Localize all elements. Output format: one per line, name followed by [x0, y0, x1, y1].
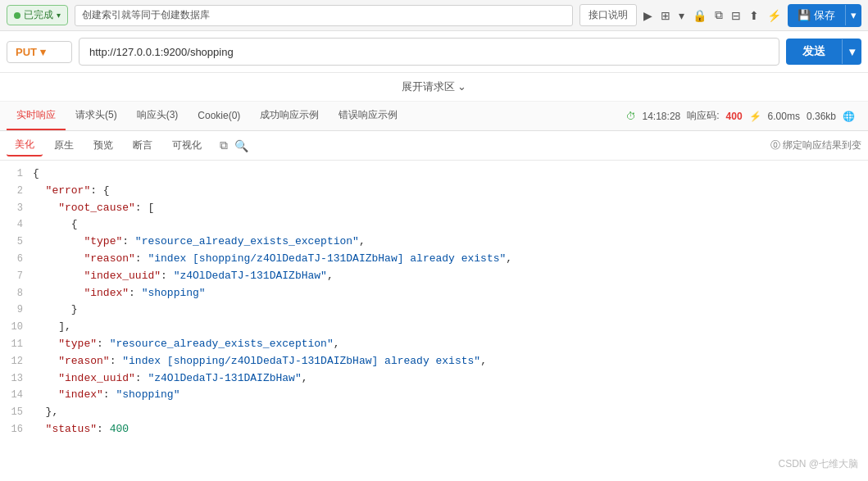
line-number: 16: [3, 422, 33, 438]
line-number: 7: [3, 269, 33, 284]
view-tab-beautify[interactable]: 美化: [7, 134, 43, 157]
api-doc-button[interactable]: 接口说明: [579, 4, 637, 26]
line-content: "error": {: [33, 183, 865, 200]
url-bar: PUT ▾ 发送 ▾: [0, 31, 868, 73]
view-tools: ⧉ 🔍: [220, 138, 248, 152]
method-chevron: ▾: [40, 46, 46, 58]
json-line: 5 "type": "resource_already_exists_excep…: [0, 234, 868, 251]
line-number: 3: [3, 201, 33, 216]
status-chevron: ▾: [57, 11, 61, 20]
line-content: ],: [33, 319, 865, 336]
json-line: 7 "index_uuid": "z4OlDedaTJ-131DAIZbHaw"…: [0, 268, 868, 285]
line-content: "reason": "index [shopping/z4OlDedaTJ-13…: [33, 251, 865, 268]
tab-cookie[interactable]: Cookie(0): [188, 103, 250, 129]
layout-icon[interactable]: ⊞: [661, 9, 670, 22]
line-number: 11: [3, 337, 33, 352]
bind-response-label: ⓪ 绑定响应结果到变: [770, 139, 861, 151]
method-label: PUT: [16, 46, 37, 58]
line-content: "reason": "index [shopping/z4OlDedaTJ-13…: [33, 353, 865, 370]
json-line: 2 "error": {: [0, 183, 868, 200]
status-label: 已完成: [24, 8, 53, 22]
watermark: CSDN @七维大脑: [778, 457, 858, 471]
lock-icon[interactable]: 🔒: [693, 9, 707, 22]
json-line: 4 {: [0, 216, 868, 234]
save-icon: 💾: [798, 9, 811, 21]
size-icon: ⚡: [749, 111, 761, 122]
json-line: 16 "status": 400: [0, 421, 868, 438]
json-line: 9 }: [0, 302, 868, 319]
line-content: {: [33, 216, 865, 234]
send-dropdown-arrow[interactable]: ▾: [842, 39, 861, 64]
json-line: 12 "reason": "index [shopping/z4OlDedaTJ…: [0, 353, 868, 370]
tab-request-headers[interactable]: 请求头(5): [66, 102, 127, 130]
top-toolbar: 已完成 ▾ 接口说明 ▶ ⊞ ▾ 🔒 ⧉ ⊟ ⬆ ⚡ 💾 保存 ▾: [0, 0, 868, 31]
line-number: 5: [3, 234, 33, 250]
response-duration: 6.00ms: [768, 111, 800, 122]
json-line: 1{: [0, 166, 868, 183]
copy-icon[interactable]: ⧉: [715, 8, 723, 22]
response-tabs: 实时响应 请求头(5) 响应头(3) Cookie(0) 成功响应示例 错误响应…: [0, 102, 868, 131]
json-line: 13 "index_uuid": "z4OlDedaTJ-131DAIZbHaw…: [0, 370, 868, 388]
json-line: 10 ],: [0, 319, 868, 336]
view-tabs: 美化 原生 预览 断言 可视化 ⧉ 🔍 ⓪ 绑定响应结果到变: [0, 131, 868, 161]
line-content: "index": "shopping": [33, 387, 865, 404]
expand-label: 展开请求区 ⌄: [402, 79, 467, 94]
line-number: 13: [3, 371, 33, 387]
grid-icon[interactable]: ⊟: [731, 9, 741, 22]
response-size: 0.36kb: [807, 111, 836, 122]
save-label: 保存: [814, 8, 835, 23]
share-icon[interactable]: ⬆: [749, 9, 759, 22]
chevron-icon[interactable]: ▾: [679, 9, 684, 22]
line-content: "index": "shopping": [33, 285, 865, 302]
json-viewer[interactable]: 1{2 "error": {3 "root_cause": [4 {5 "typ…: [0, 161, 868, 445]
line-number: 9: [3, 302, 33, 318]
bind-response-button[interactable]: ⓪ 绑定响应结果到变: [770, 138, 861, 152]
status-dot: [14, 12, 20, 19]
view-tab-raw[interactable]: 原生: [46, 135, 82, 156]
tab-success-example[interactable]: 成功响应示例: [250, 102, 329, 130]
response-code: 400: [726, 111, 743, 122]
send-button[interactable]: 发送 ▾: [786, 39, 861, 65]
line-number: 12: [3, 354, 33, 370]
save-button[interactable]: 💾 保存 ▾: [788, 4, 861, 27]
line-number: 6: [3, 252, 33, 267]
json-line: 14 "index": "shopping": [0, 387, 868, 404]
view-tab-visual[interactable]: 可视化: [164, 135, 210, 156]
tab-response-headers[interactable]: 响应头(3): [127, 102, 189, 130]
search-icon[interactable]: 🔍: [234, 139, 248, 152]
response-meta: ⏱ 14:18:28 响应码: 400 ⚡ 6.00ms 0.36kb 🌐: [620, 109, 861, 123]
line-content: },: [33, 404, 865, 421]
status-badge[interactable]: 已完成 ▾: [7, 5, 68, 25]
view-tab-preview[interactable]: 预览: [85, 135, 121, 156]
line-content: "index_uuid": "z4OlDedaTJ-131DAIZbHaw",: [33, 268, 865, 285]
line-number: 15: [3, 405, 33, 420]
line-number: 1: [3, 166, 33, 182]
line-content: "index_uuid": "z4OlDedaTJ-131DAIZbHaw",: [33, 370, 865, 388]
json-line: 3 "root_cause": [: [0, 200, 868, 217]
time-icon: ⏱: [626, 111, 636, 122]
line-number: 10: [3, 320, 33, 335]
json-line: 15 },: [0, 404, 868, 421]
globe-icon[interactable]: 🌐: [843, 111, 855, 122]
expand-section[interactable]: 展开请求区 ⌄: [0, 73, 868, 102]
line-number: 14: [3, 388, 33, 403]
line-content: "status": 400: [33, 421, 865, 438]
play-icon[interactable]: ▶: [643, 9, 652, 22]
save-dropdown-arrow[interactable]: ▾: [845, 5, 861, 25]
url-input[interactable]: [79, 38, 779, 66]
copy-tool-icon[interactable]: ⧉: [220, 138, 228, 152]
more-icon[interactable]: ⚡: [767, 9, 781, 22]
line-content: {: [33, 166, 865, 183]
line-number: 8: [3, 286, 33, 302]
response-time: 14:18:28: [643, 111, 681, 122]
method-select[interactable]: PUT ▾: [7, 41, 72, 63]
description-input[interactable]: [75, 5, 573, 26]
tab-realtime-response[interactable]: 实时响应: [7, 102, 66, 130]
json-line: 11 "type": "resource_already_exists_exce…: [0, 336, 868, 353]
line-content: "root_cause": [: [33, 200, 865, 217]
toolbar-icons: ▶ ⊞ ▾ 🔒 ⧉ ⊟ ⬆ ⚡: [643, 8, 781, 22]
line-number: 4: [3, 217, 33, 233]
tab-error-example[interactable]: 错误响应示例: [329, 102, 407, 130]
json-line: 6 "reason": "index [shopping/z4OlDedaTJ-…: [0, 251, 868, 268]
view-tab-assert[interactable]: 断言: [125, 135, 161, 156]
